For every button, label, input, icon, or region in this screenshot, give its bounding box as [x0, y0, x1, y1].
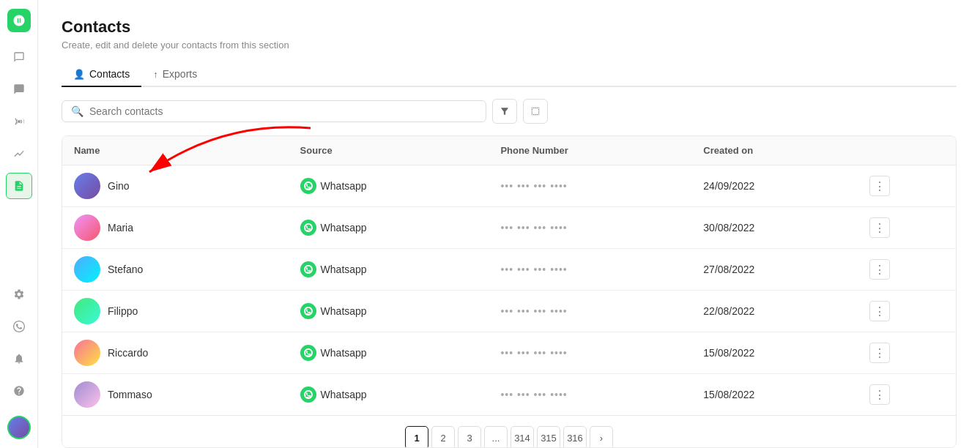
page-title: Contacts [62, 18, 957, 37]
contact-source-cell: Whatsapp [289, 374, 489, 416]
contact-phone: ••• ••• ••• •••• [500, 222, 567, 234]
contact-created-date: 27/08/2022 [703, 264, 754, 275]
contact-created-cell: 30/08/2022 [691, 207, 858, 249]
contact-name-cell: Filippo [62, 291, 289, 332]
col-actions [858, 136, 956, 165]
contact-name: Tommaso [108, 389, 152, 400]
contact-name: Maria [108, 222, 133, 234]
table-row: Gino Whatsapp ••• ••• ••• •••• 24/09/202… [62, 165, 956, 207]
source-label: Whatsapp [321, 222, 367, 234]
contact-name-cell: Tommaso [62, 374, 289, 416]
pagination: 123...314315316› [62, 415, 956, 448]
contact-name-cell: Gino [62, 165, 289, 207]
sidebar-item-contacts[interactable] [6, 173, 32, 199]
sidebar-item-broadcast[interactable] [6, 108, 32, 135]
contact-source-cell: Whatsapp [289, 249, 489, 291]
whatsapp-source-icon [300, 261, 316, 277]
contact-name-cell: Riccardo [62, 332, 289, 374]
page-btn-316[interactable]: 316 [563, 426, 587, 448]
contact-name-cell: Stefano [62, 249, 289, 291]
page-btn-315[interactable]: 315 [537, 426, 560, 448]
main-panel: Contacts Create, edit and delete your co… [38, 0, 980, 448]
search-input[interactable] [89, 105, 477, 117]
contact-more-button[interactable]: ⋮ [869, 301, 890, 321]
contact-name: Gino [108, 180, 130, 192]
contact-more-button[interactable]: ⋮ [869, 217, 890, 238]
contact-actions-cell: ⋮ [858, 207, 956, 249]
sidebar-item-settings[interactable] [6, 281, 32, 307]
sidebar-item-chat[interactable] [6, 76, 32, 102]
contact-phone: ••• ••• ••• •••• [500, 180, 567, 192]
col-source: Source [289, 136, 489, 165]
contact-source-cell: Whatsapp [289, 165, 489, 207]
sidebar-item-help[interactable] [6, 378, 32, 404]
contact-created-date: 15/08/2022 [703, 389, 754, 400]
contact-created-date: 22/08/2022 [703, 305, 754, 317]
page-btn-2[interactable]: 2 [431, 426, 455, 448]
columns-button[interactable] [523, 99, 548, 124]
contact-phone-cell: ••• ••• ••• •••• [489, 291, 691, 332]
whatsapp-source-icon [300, 220, 316, 236]
sidebar-item-whatsapp[interactable] [6, 313, 32, 340]
contact-avatar [74, 256, 100, 283]
contact-created-cell: 15/08/2022 [691, 374, 858, 416]
contact-created-cell: 15/08/2022 [691, 332, 858, 374]
page-subtitle: Create, edit and delete your contacts fr… [62, 40, 957, 51]
page-btn-1[interactable]: 1 [405, 426, 428, 448]
contact-avatar [74, 340, 100, 366]
tab-contacts[interactable]: 👤 Contacts [62, 62, 141, 87]
contact-created-cell: 27/08/2022 [691, 249, 858, 291]
contact-more-button[interactable]: ⋮ [869, 343, 890, 363]
whatsapp-source-icon [300, 345, 316, 361]
source-label: Whatsapp [321, 347, 367, 359]
sidebar-item-notifications[interactable] [6, 44, 32, 70]
contact-more-button[interactable]: ⋮ [869, 176, 890, 196]
sidebar-item-alert[interactable] [6, 346, 32, 372]
contact-more-button[interactable]: ⋮ [869, 384, 890, 405]
sidebar [0, 0, 38, 448]
contact-created-date: 24/09/2022 [703, 180, 754, 192]
contact-avatar [74, 214, 100, 241]
contacts-table: Name Source Phone Number Created on Gino [62, 135, 957, 448]
pagination-ellipsis: ... [484, 426, 508, 448]
page-btn-314[interactable]: 314 [511, 426, 534, 448]
contact-source-cell: Whatsapp [289, 207, 489, 249]
contact-phone: ••• ••• ••• •••• [500, 347, 567, 359]
source-label: Whatsapp [321, 180, 367, 192]
contacts-tab-icon: 👤 [73, 69, 85, 80]
search-box[interactable]: 🔍 [62, 100, 486, 122]
tab-bar: 👤 Contacts ↑ Exports [62, 62, 957, 87]
contact-actions-cell: ⋮ [858, 332, 956, 374]
source-label: Whatsapp [321, 305, 367, 317]
contact-actions-cell: ⋮ [858, 291, 956, 332]
main-content: Contacts Create, edit and delete your co… [38, 0, 980, 448]
sidebar-item-analytics[interactable] [6, 141, 32, 167]
table-row: Filippo Whatsapp ••• ••• ••• •••• 22/08/… [62, 291, 956, 332]
table-row: Riccardo Whatsapp ••• ••• ••• •••• 15/08… [62, 332, 956, 374]
contact-phone-cell: ••• ••• ••• •••• [489, 165, 691, 207]
contact-avatar [74, 381, 100, 408]
filter-button[interactable] [492, 99, 517, 124]
tab-exports[interactable]: ↑ Exports [141, 62, 209, 87]
table-row: Maria Whatsapp ••• ••• ••• •••• 30/08/20… [62, 207, 956, 249]
toolbar: 🔍 [62, 99, 957, 124]
pagination-next[interactable]: › [590, 426, 613, 448]
source-label: Whatsapp [321, 389, 367, 400]
contact-phone: ••• ••• ••• •••• [500, 305, 567, 317]
contact-more-button[interactable]: ⋮ [869, 259, 890, 280]
col-name: Name [62, 136, 289, 165]
source-label: Whatsapp [321, 264, 367, 275]
user-avatar[interactable] [7, 416, 31, 439]
contact-phone-cell: ••• ••• ••• •••• [489, 332, 691, 374]
contact-phone: ••• ••• ••• •••• [500, 389, 567, 400]
contact-name: Riccardo [108, 347, 148, 359]
whatsapp-source-icon [300, 387, 316, 403]
contact-created-cell: 22/08/2022 [691, 291, 858, 332]
contact-phone-cell: ••• ••• ••• •••• [489, 249, 691, 291]
contact-name: Stefano [108, 264, 143, 275]
contact-phone-cell: ••• ••• ••• •••• [489, 374, 691, 416]
contact-actions-cell: ⋮ [858, 374, 956, 416]
table-row: Stefano Whatsapp ••• ••• ••• •••• 27/08/… [62, 249, 956, 291]
page-btn-3[interactable]: 3 [458, 426, 481, 448]
contact-phone: ••• ••• ••• •••• [500, 264, 567, 275]
